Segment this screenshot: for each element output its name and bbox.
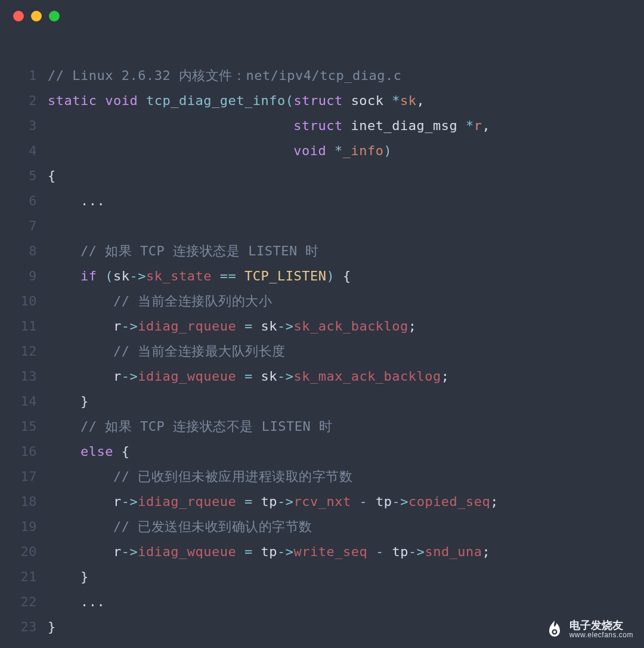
code-line: 2static void tcp_diag_get_info(struct so… — [12, 88, 632, 113]
token — [48, 143, 293, 158]
code-line: 21 } — [12, 564, 632, 590]
window-titlebar — [0, 0, 644, 27]
close-dot-icon[interactable] — [13, 11, 24, 21]
token: // 当前全连接最大队列长度 — [113, 344, 286, 359]
token: // 如果 TCP 连接状态是 LISTEN 时 — [80, 243, 319, 258]
token: snd_una — [425, 544, 482, 559]
line-number: 15 — [12, 414, 37, 439]
line-number: 11 — [12, 314, 37, 339]
token: r — [113, 319, 122, 334]
code-line: 12 // 当前全连接最大队列长度 — [12, 339, 632, 364]
token: -> — [277, 319, 294, 334]
code-line: 19 // 已发送但未收到确认的字节数 — [12, 514, 632, 539]
token: r — [113, 494, 122, 509]
token: tp — [261, 494, 277, 509]
token: -> — [122, 319, 138, 334]
token: - — [351, 494, 376, 509]
token: - — [367, 544, 392, 559]
token: sock — [351, 93, 384, 108]
token — [48, 544, 113, 559]
token: static — [48, 93, 97, 108]
code-editor: 1// Linux 2.6.32 内核文件：net/ipv4/tcp_diag.… — [0, 27, 644, 648]
flame-logo-icon — [546, 619, 564, 640]
token: _info — [343, 143, 384, 158]
line-number: 18 — [12, 489, 37, 514]
code-content: { — [48, 163, 632, 189]
token: ( — [105, 269, 113, 283]
token: // 当前全连接队列的大小 — [113, 294, 272, 308]
token — [48, 319, 113, 334]
code-content: r->idiag_wqueue = tp->write_seq - tp->sn… — [48, 539, 632, 564]
token: r — [113, 544, 122, 559]
token: // 已收到但未被应用进程读取的字节数 — [113, 469, 352, 484]
token: void — [293, 143, 326, 158]
token: sk_ack_backlog — [293, 319, 408, 334]
line-number: 23 — [12, 615, 37, 640]
token — [48, 469, 113, 484]
token: = — [236, 319, 261, 334]
token — [48, 519, 113, 534]
token: struct — [293, 93, 342, 108]
token: -> — [277, 544, 294, 559]
token: * — [335, 143, 343, 158]
token: ; — [408, 319, 417, 334]
line-number: 16 — [12, 439, 37, 464]
code-line: 7 — [12, 214, 632, 239]
code-line: 9 if (sk->sk_state == TCP_LISTEN) { — [12, 264, 632, 289]
code-line: 3 struct inet_diag_msg *r, — [12, 113, 632, 138]
token — [48, 243, 80, 258]
token — [97, 93, 105, 108]
line-number: 2 — [12, 88, 37, 113]
line-number: 19 — [12, 514, 37, 539]
code-content: static void tcp_diag_get_info(struct soc… — [48, 88, 632, 113]
token: struct — [293, 118, 342, 133]
token: == — [212, 269, 244, 283]
line-number: 13 — [12, 364, 37, 389]
token — [457, 118, 466, 133]
token — [326, 143, 335, 158]
watermark-title: 电子发烧友 — [569, 620, 633, 632]
code-content — [48, 214, 632, 239]
token: ; — [482, 544, 491, 559]
token — [48, 494, 113, 509]
code-content: } — [48, 615, 632, 640]
token: r — [474, 118, 482, 133]
code-line: 14 } — [12, 389, 632, 414]
token: void — [105, 93, 138, 108]
line-number: 4 — [12, 138, 37, 163]
code-line: 18 r->idiag_rqueue = tp->rcv_nxt - tp->c… — [12, 489, 632, 514]
token — [48, 118, 293, 133]
token — [48, 294, 113, 308]
token: -> — [277, 369, 294, 384]
token — [97, 269, 105, 283]
token: else — [80, 444, 113, 459]
code-line: 13 r->idiag_wqueue = sk->sk_max_ack_back… — [12, 364, 632, 389]
token: { — [48, 168, 56, 183]
code-content: struct inet_diag_msg *r, — [48, 113, 632, 138]
code-line: 6 ... — [12, 189, 632, 214]
token: = — [236, 544, 261, 559]
token: ... — [48, 594, 105, 609]
token — [48, 369, 113, 384]
token: sk — [261, 369, 277, 384]
minimize-dot-icon[interactable] — [31, 11, 42, 21]
line-number: 5 — [12, 163, 37, 189]
watermark-url: www.elecfans.com — [569, 631, 633, 639]
token: inet_diag_msg — [351, 118, 458, 133]
token: -> — [122, 494, 138, 509]
line-number: 1 — [12, 63, 37, 88]
token: sk — [113, 269, 130, 283]
line-number: 12 — [12, 339, 37, 364]
code-line: 15 // 如果 TCP 连接状态不是 LISTEN 时 — [12, 414, 632, 439]
code-content: // 当前全连接最大队列长度 — [48, 339, 632, 364]
code-line: 1// Linux 2.6.32 内核文件：net/ipv4/tcp_diag.… — [12, 63, 632, 88]
token: tp — [392, 544, 408, 559]
token: -> — [129, 269, 146, 283]
line-number: 20 — [12, 539, 37, 564]
token: -> — [392, 494, 408, 509]
watermark: 电子发烧友 www.elecfans.com — [546, 619, 633, 640]
code-content: } — [48, 389, 632, 414]
token: tcp_diag_get_info — [146, 93, 286, 108]
token: sk_max_ack_backlog — [293, 369, 441, 384]
maximize-dot-icon[interactable] — [49, 11, 60, 21]
